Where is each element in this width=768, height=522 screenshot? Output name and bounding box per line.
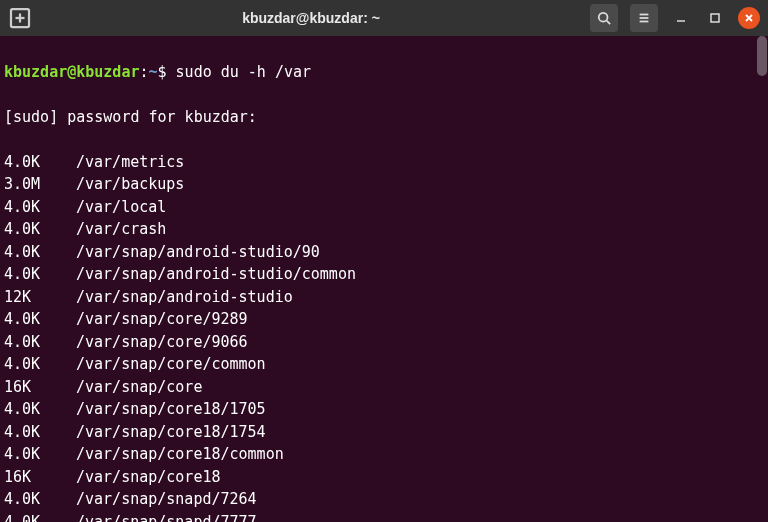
output-line: 4.0K/var/crash — [4, 218, 764, 241]
output-size: 4.0K — [4, 151, 76, 174]
scrollbar[interactable] — [756, 36, 768, 522]
output-path: /var/crash — [76, 218, 166, 241]
prompt-line: kbuzdar@kbuzdar:~$ sudo du -h /var — [4, 61, 764, 84]
output-path: /var/snap/core18/1705 — [76, 398, 266, 421]
search-button[interactable] — [590, 4, 618, 32]
prompt-user-host: kbuzdar@kbuzdar — [4, 63, 139, 81]
output-size: 4.0K — [4, 218, 76, 241]
output-line: 4.0K/var/snap/core18/1705 — [4, 398, 764, 421]
output-path: /var/snap/core/9066 — [76, 331, 248, 354]
output-line: 4.0K/var/snap/core18/1754 — [4, 421, 764, 444]
output-line: 4.0K/var/snap/android-studio/90 — [4, 241, 764, 264]
menu-button[interactable] — [630, 4, 658, 32]
prompt-dollar: $ — [158, 63, 176, 81]
output-size: 4.0K — [4, 421, 76, 444]
output-path: /var/backups — [76, 173, 184, 196]
maximize-button[interactable] — [704, 7, 726, 29]
minimize-button[interactable] — [670, 7, 692, 29]
output-path: /var/snap/snapd/7264 — [76, 488, 257, 511]
output-path: /var/snap/android-studio — [76, 286, 293, 309]
output-line: 4.0K/var/snap/core/9066 — [4, 331, 764, 354]
output-size: 4.0K — [4, 331, 76, 354]
output-line: 4.0K/var/snap/core/common — [4, 353, 764, 376]
output-path: /var/metrics — [76, 151, 184, 174]
close-button[interactable] — [738, 7, 760, 29]
command-text: sudo du -h /var — [176, 63, 311, 81]
output-line: 4.0K/var/local — [4, 196, 764, 219]
output-line: 12K/var/snap/android-studio — [4, 286, 764, 309]
output-path: /var/snap/core18 — [76, 466, 221, 489]
output-path: /var/snap/android-studio/90 — [76, 241, 320, 264]
svg-rect-9 — [711, 14, 719, 22]
output-path: /var/snap/core — [76, 376, 202, 399]
output-size: 4.0K — [4, 353, 76, 376]
sudo-prompt: [sudo] password for kbuzdar: — [4, 106, 764, 129]
output-path: /var/snap/android-studio/common — [76, 263, 356, 286]
titlebar: kbuzdar@kbuzdar: ~ — [0, 0, 768, 36]
output-size: 16K — [4, 466, 76, 489]
output-size: 12K — [4, 286, 76, 309]
output-line: 4.0K/var/snap/android-studio/common — [4, 263, 764, 286]
output-path: /var/snap/core/common — [76, 353, 266, 376]
prompt-colon: : — [139, 63, 148, 81]
prompt-path: ~ — [149, 63, 158, 81]
output-line: 4.0K/var/snap/snapd/7777 — [4, 511, 764, 523]
output-path: /var/snap/snapd/7777 — [76, 511, 257, 523]
terminal-body[interactable]: kbuzdar@kbuzdar:~$ sudo du -h /var [sudo… — [0, 36, 768, 522]
output-size: 4.0K — [4, 443, 76, 466]
output-path: /var/local — [76, 196, 166, 219]
output-size: 4.0K — [4, 196, 76, 219]
output-size: 3.0M — [4, 173, 76, 196]
scrollbar-thumb[interactable] — [757, 36, 767, 76]
output-path: /var/snap/core18/1754 — [76, 421, 266, 444]
output-size: 4.0K — [4, 398, 76, 421]
output-line: 4.0K/var/snap/core18/common — [4, 443, 764, 466]
output-line: 4.0K/var/metrics — [4, 151, 764, 174]
output-path: /var/snap/core18/common — [76, 443, 284, 466]
output-line: 4.0K/var/snap/snapd/7264 — [4, 488, 764, 511]
new-tab-button[interactable] — [8, 6, 32, 30]
output-size: 4.0K — [4, 263, 76, 286]
svg-point-3 — [599, 13, 608, 22]
output-line: 16K/var/snap/core18 — [4, 466, 764, 489]
output-line: 3.0M/var/backups — [4, 173, 764, 196]
window-title: kbuzdar@kbuzdar: ~ — [40, 10, 582, 26]
output-container: 4.0K/var/metrics3.0M/var/backups4.0K/var… — [4, 151, 764, 523]
output-size: 4.0K — [4, 488, 76, 511]
output-size: 4.0K — [4, 241, 76, 264]
output-path: /var/snap/core/9289 — [76, 308, 248, 331]
svg-line-4 — [607, 21, 611, 25]
output-line: 16K/var/snap/core — [4, 376, 764, 399]
output-size: 4.0K — [4, 308, 76, 331]
output-size: 4.0K — [4, 511, 76, 523]
output-line: 4.0K/var/snap/core/9289 — [4, 308, 764, 331]
titlebar-right — [590, 4, 760, 32]
titlebar-left — [8, 6, 32, 30]
output-size: 16K — [4, 376, 76, 399]
